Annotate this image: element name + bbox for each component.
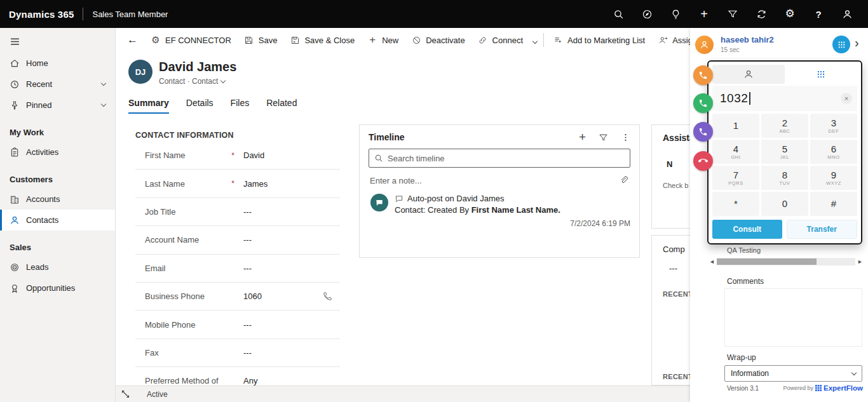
timeline-more-icon[interactable]: [621, 133, 630, 142]
sidebar-item-home[interactable]: Home: [0, 53, 115, 74]
timeline-entry[interactable]: Auto-post on David James Contact: Create…: [369, 194, 630, 228]
field-value[interactable]: ---: [243, 348, 252, 358]
tab-related[interactable]: Related: [266, 98, 297, 114]
sidebar-item-activities[interactable]: Activities: [0, 142, 115, 163]
sidebar-item-recent[interactable]: Recent: [0, 74, 115, 95]
deactivate-button[interactable]: Deactivate: [405, 30, 471, 50]
save-and-close-button[interactable]: Save & Close: [283, 30, 361, 50]
sidebar-item-label: Leads: [26, 262, 48, 272]
wrapup-queue-tab[interactable]: QA Testing: [727, 246, 761, 254]
scroll-left-arrow[interactable]: ◄: [709, 258, 715, 265]
app-name[interactable]: Sales Team Member: [92, 10, 168, 19]
field-value[interactable]: ---: [243, 207, 252, 217]
consult-button[interactable]: Consult: [712, 220, 782, 239]
dialer-tab-keypad[interactable]: [785, 65, 857, 84]
connect-label: Connect: [492, 36, 523, 45]
scrollbar-track[interactable]: [717, 258, 855, 265]
field-value[interactable]: ---: [243, 264, 252, 273]
tab-details[interactable]: Details: [186, 98, 214, 114]
key-4[interactable]: 4GHI: [712, 140, 759, 164]
new-button[interactable]: + New: [361, 30, 405, 50]
wrapup-selected-value: Information: [731, 369, 769, 378]
key-0[interactable]: 0: [761, 192, 808, 216]
field-value[interactable]: ---: [243, 320, 252, 330]
wrapup-select[interactable]: Information: [724, 365, 862, 382]
sidebar-item-opportunities[interactable]: Opportunities: [0, 278, 115, 298]
form-tabs: Summary Details Files Related: [128, 98, 297, 114]
field-row-preferred-method: Preferred Method of Any: [135, 367, 340, 385]
ef-connector-button[interactable]: ⚙ EF CONNECTOR: [144, 30, 238, 50]
timeline-add-icon[interactable]: +: [579, 132, 586, 142]
search-icon[interactable]: [613, 8, 624, 20]
connect-button[interactable]: Connect: [471, 30, 529, 50]
key-2[interactable]: 2ABC: [761, 114, 808, 138]
collapse-panel-chevron[interactable]: ›: [855, 36, 859, 50]
app-brand[interactable]: Dynamics 365: [9, 9, 74, 20]
answer-call-button[interactable]: [693, 93, 713, 113]
field-value[interactable]: Any: [243, 376, 257, 385]
lightbulb-icon[interactable]: [670, 8, 681, 20]
chevron-down-icon[interactable]: [101, 81, 106, 86]
plus-icon[interactable]: +: [698, 8, 710, 20]
expand-icon[interactable]: [121, 389, 130, 399]
horizontal-scrollbar[interactable]: ◄ ►: [709, 257, 863, 266]
key-9[interactable]: 9WXYZ: [810, 166, 857, 190]
timeline-filter-icon[interactable]: [599, 133, 608, 142]
settings-gear-icon[interactable]: ⚙: [784, 8, 796, 20]
key-5[interactable]: 5JKL: [761, 140, 808, 164]
key-7[interactable]: 7PQRS: [712, 166, 759, 190]
sidebar-item-leads[interactable]: Leads: [0, 257, 115, 278]
field-row-business-phone: Business Phone 1060: [135, 283, 340, 311]
back-button[interactable]: ←: [121, 34, 144, 46]
transfer-button[interactable]: Transfer: [787, 220, 858, 239]
filter-icon[interactable]: [727, 8, 738, 20]
field-value[interactable]: David: [243, 151, 264, 160]
record-subtitle[interactable]: Contact · Contact: [159, 77, 225, 86]
chevron-down-icon[interactable]: [101, 102, 106, 107]
end-call-button[interactable]: [693, 151, 713, 171]
conference-call-button[interactable]: [693, 122, 713, 142]
note-placeholder[interactable]: Enter a note...: [370, 176, 422, 185]
hamburger-menu-icon[interactable]: [0, 28, 30, 53]
key-6[interactable]: 6MNO: [810, 140, 857, 164]
site-map-sidebar: Home Recent Pinned My Work Activities Cu…: [0, 28, 116, 402]
timeline-search-input[interactable]: [388, 154, 625, 163]
key-1[interactable]: 1: [712, 114, 759, 138]
new-label: New: [382, 36, 398, 45]
clear-input-button[interactable]: ×: [841, 93, 852, 104]
connect-overflow-chevron[interactable]: [529, 36, 541, 45]
timeline-search[interactable]: [369, 149, 630, 168]
key-8[interactable]: 8TUV: [761, 166, 808, 190]
dialer-tab-contacts[interactable]: [712, 65, 785, 84]
phone-icon[interactable]: [323, 291, 332, 301]
sidebar-item-contacts[interactable]: Contacts: [0, 210, 115, 231]
hold-call-button[interactable]: [693, 65, 713, 85]
key-3[interactable]: 3DEF: [810, 114, 857, 138]
key-hash[interactable]: #: [810, 192, 857, 216]
tab-summary[interactable]: Summary: [128, 98, 169, 114]
field-value[interactable]: ---: [243, 235, 252, 245]
scrollbar-thumb[interactable]: [717, 258, 817, 265]
add-to-marketing-list-button[interactable]: Add to Marketing List: [546, 30, 651, 50]
deactivate-icon: [411, 35, 421, 45]
comments-textarea[interactable]: [724, 288, 862, 347]
status-text: Active: [147, 390, 168, 399]
field-label: Preferred Method of: [145, 376, 243, 385]
tab-files[interactable]: Files: [231, 98, 250, 114]
save-button[interactable]: Save: [238, 30, 284, 50]
account-person-icon[interactable]: [841, 8, 853, 20]
paperclip-icon[interactable]: [619, 175, 629, 185]
field-value[interactable]: 1060: [243, 291, 262, 301]
dial-number-input[interactable]: 1032 ×: [712, 86, 857, 111]
help-icon[interactable]: ?: [813, 8, 824, 20]
sidebar-item-accounts[interactable]: Accounts: [0, 189, 115, 210]
sidebar-item-pinned[interactable]: Pinned: [0, 95, 115, 116]
scroll-right-arrow[interactable]: ►: [857, 258, 863, 265]
sync-icon[interactable]: [756, 8, 767, 20]
text-caret: [749, 92, 750, 105]
field-value[interactable]: James: [243, 179, 268, 189]
dialpad-toggle-button[interactable]: [832, 36, 850, 53]
agent-avatar: [695, 36, 714, 54]
compass-icon[interactable]: [641, 8, 653, 20]
key-star[interactable]: *: [712, 192, 759, 216]
